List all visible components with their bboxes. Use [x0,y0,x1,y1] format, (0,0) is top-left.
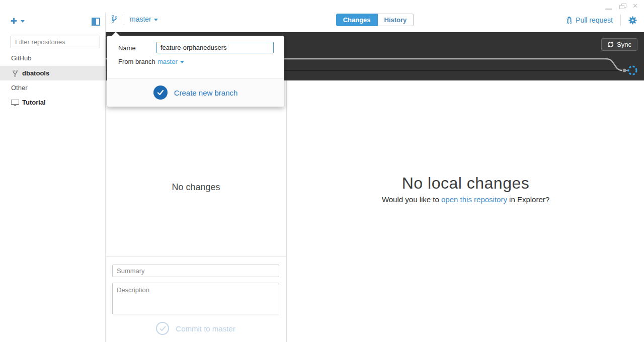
commit-summary-input[interactable] [112,265,279,277]
repo-forked-icon [11,69,20,77]
settings-gear-button[interactable] [628,16,637,25]
new-branch-marker-icon [628,66,636,74]
window-close-button[interactable]: ✕ [629,0,643,13]
branch-name-input[interactable] [156,42,274,53]
sidebar-toggle-button[interactable] [92,18,100,28]
repo-label: dbatools [22,69,49,77]
plus-icon [10,17,18,25]
tab-history[interactable]: History [378,14,414,26]
restore-icon [619,5,624,9]
commit-button-label: Commit to master [176,324,235,333]
toolbar-right-cluster: Pull request [566,15,637,26]
create-branch-label: Create new branch [174,89,238,97]
pull-request-icon [566,16,572,24]
repository-sidebar: GitHub dbatools Other Tutorial [0,0,106,342]
window-minimize-button[interactable] [602,0,616,13]
pull-request-button[interactable]: Pull request [576,16,613,24]
check-circle-icon [153,86,168,100]
sidebar-item-tutorial[interactable]: Tutorial [0,95,106,110]
subtitle-text: in Explorer? [507,195,549,204]
no-local-changes-title: No local changes [287,174,644,193]
commit-dot [623,69,626,72]
open-repository-link[interactable]: open this repository [441,195,507,204]
no-changes-message: No changes [106,182,286,193]
add-repository-button[interactable] [10,17,25,25]
from-branch-label: From branch [118,58,155,65]
commit-to-master-button[interactable]: Commit to master [112,322,279,335]
repo-label: Tutorial [22,99,46,106]
minimize-icon [605,9,612,10]
popover-footer: Create new branch [107,78,284,107]
window-titlebar: ✕ [0,0,644,13]
chevron-down-icon [180,61,184,63]
toolbar-divider [620,15,621,26]
create-branch-popover: Name From branch master Create new branc… [107,36,284,107]
chevron-down-icon [21,20,25,23]
branch-name-label: Name [118,44,136,52]
sidebar-toggle-icon [92,18,100,26]
close-icon: ✕ [632,2,638,10]
commit-description-input[interactable] [112,283,279,314]
commit-form: Commit to master [106,256,286,342]
sync-icon [607,41,614,48]
filter-repositories-input[interactable] [11,36,100,48]
sync-button-label: Sync [617,41,631,48]
subtitle-text: Would you like to [382,195,441,204]
sidebar-group-github: GitHub [11,54,31,62]
monitor-icon [11,99,20,107]
no-local-changes-subtitle: Would you like to open this repository i… [287,195,644,204]
check-circle-icon [156,322,169,335]
create-new-branch-button[interactable]: Create new branch [153,86,238,100]
from-branch-value: master [157,58,178,65]
main-content-panel: No local changes Would you like to open … [287,80,644,342]
from-branch-dropdown[interactable]: master [157,58,184,65]
window-restore-button[interactable] [616,0,630,13]
changes-panel: No changes Commit to master [106,80,287,342]
popover-arrow [112,32,120,36]
changes-history-tabs: Changes History [106,14,644,26]
sidebar-group-other: Other [11,84,28,92]
gear-icon [628,16,637,25]
sidebar-item-dbatools[interactable]: dbatools [0,66,106,80]
tab-changes[interactable]: Changes [336,14,378,26]
sync-button[interactable]: Sync [601,38,637,51]
